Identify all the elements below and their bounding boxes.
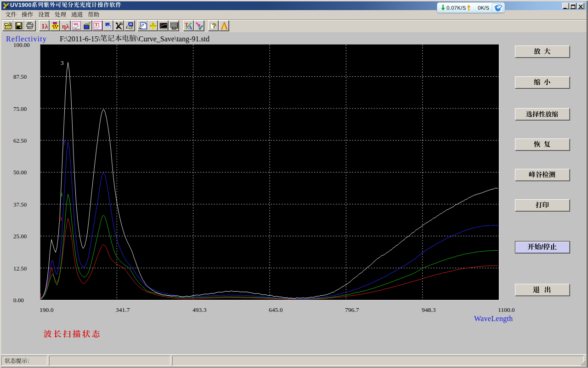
svg-text:ηλ: ηλ [62,23,70,30]
svg-text:WL: WL [74,22,79,26]
svg-text:1λ: 1λ [41,23,49,30]
svg-text:?: ? [212,22,216,29]
